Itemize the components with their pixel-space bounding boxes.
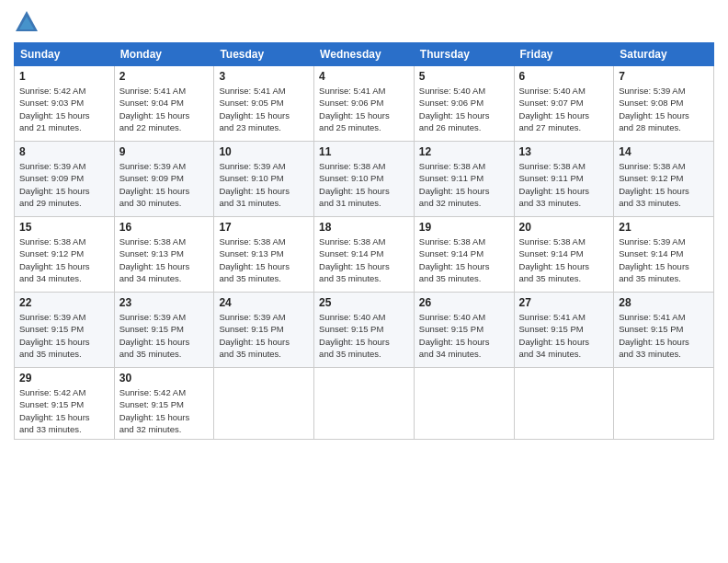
day-number: 11 xyxy=(319,145,409,158)
day-number: 2 xyxy=(119,70,210,83)
logo xyxy=(14,9,43,35)
calendar-cell: 26Sunrise: 5:40 AM Sunset: 9:15 PM Dayli… xyxy=(414,293,514,368)
day-number: 10 xyxy=(219,145,309,158)
day-number: 14 xyxy=(619,145,709,158)
calendar-cell: 21Sunrise: 5:39 AM Sunset: 9:14 PM Dayli… xyxy=(614,217,714,293)
day-number: 16 xyxy=(119,221,210,234)
day-number: 7 xyxy=(619,70,709,83)
calendar-cell: 9Sunrise: 5:39 AM Sunset: 9:09 PM Daylig… xyxy=(114,142,214,217)
day-number: 18 xyxy=(319,221,409,234)
day-info: Sunrise: 5:39 AM Sunset: 9:15 PM Dayligh… xyxy=(119,311,210,360)
logo-icon xyxy=(14,9,40,35)
calendar-cell: 25Sunrise: 5:40 AM Sunset: 9:15 PM Dayli… xyxy=(314,293,415,368)
day-info: Sunrise: 5:42 AM Sunset: 9:03 PM Dayligh… xyxy=(19,85,109,133)
calendar-cell xyxy=(214,368,314,440)
calendar-cell: 18Sunrise: 5:38 AM Sunset: 9:14 PM Dayli… xyxy=(314,217,415,293)
calendar-cell: 30Sunrise: 5:42 AM Sunset: 9:15 PM Dayli… xyxy=(114,368,214,440)
day-number: 25 xyxy=(319,296,409,309)
calendar-cell: 11Sunrise: 5:38 AM Sunset: 9:10 PM Dayli… xyxy=(314,142,415,217)
calendar-week-row: 22Sunrise: 5:39 AM Sunset: 9:15 PM Dayli… xyxy=(15,293,714,368)
day-info: Sunrise: 5:39 AM Sunset: 9:10 PM Dayligh… xyxy=(219,160,309,209)
day-number: 21 xyxy=(619,221,709,234)
weekday-header-friday: Friday xyxy=(514,43,614,66)
day-number: 8 xyxy=(19,145,109,158)
calendar-cell: 5Sunrise: 5:40 AM Sunset: 9:06 PM Daylig… xyxy=(414,66,514,142)
day-info: Sunrise: 5:39 AM Sunset: 9:08 PM Dayligh… xyxy=(619,85,709,133)
day-info: Sunrise: 5:42 AM Sunset: 9:15 PM Dayligh… xyxy=(119,386,210,435)
day-info: Sunrise: 5:39 AM Sunset: 9:09 PM Dayligh… xyxy=(19,160,109,209)
day-number: 9 xyxy=(119,145,210,158)
main-container: SundayMondayTuesdayWednesdayThursdayFrid… xyxy=(0,0,728,449)
day-number: 22 xyxy=(19,296,109,309)
day-info: Sunrise: 5:38 AM Sunset: 9:12 PM Dayligh… xyxy=(619,160,709,209)
day-number: 30 xyxy=(119,372,210,385)
day-number: 29 xyxy=(19,372,109,385)
calendar-cell: 27Sunrise: 5:41 AM Sunset: 9:15 PM Dayli… xyxy=(514,293,614,368)
day-info: Sunrise: 5:40 AM Sunset: 9:07 PM Dayligh… xyxy=(519,85,609,133)
day-number: 24 xyxy=(219,296,309,309)
weekday-header-thursday: Thursday xyxy=(414,43,514,66)
day-number: 17 xyxy=(219,221,309,234)
day-info: Sunrise: 5:38 AM Sunset: 9:14 PM Dayligh… xyxy=(419,236,509,284)
calendar-week-row: 1Sunrise: 5:42 AM Sunset: 9:03 PM Daylig… xyxy=(15,66,714,142)
calendar-cell: 22Sunrise: 5:39 AM Sunset: 9:15 PM Dayli… xyxy=(15,293,115,368)
day-info: Sunrise: 5:38 AM Sunset: 9:13 PM Dayligh… xyxy=(119,236,210,284)
day-info: Sunrise: 5:38 AM Sunset: 9:10 PM Dayligh… xyxy=(319,160,409,209)
calendar-cell: 28Sunrise: 5:41 AM Sunset: 9:15 PM Dayli… xyxy=(614,293,714,368)
day-number: 23 xyxy=(119,296,210,309)
day-info: Sunrise: 5:38 AM Sunset: 9:14 PM Dayligh… xyxy=(519,236,609,284)
day-info: Sunrise: 5:41 AM Sunset: 9:15 PM Dayligh… xyxy=(619,311,709,360)
weekday-header-sunday: Sunday xyxy=(15,43,115,66)
day-info: Sunrise: 5:41 AM Sunset: 9:04 PM Dayligh… xyxy=(119,85,210,133)
day-number: 1 xyxy=(19,70,109,83)
calendar-cell: 2Sunrise: 5:41 AM Sunset: 9:04 PM Daylig… xyxy=(114,66,214,142)
calendar-cell: 8Sunrise: 5:39 AM Sunset: 9:09 PM Daylig… xyxy=(15,142,115,217)
calendar-cell: 13Sunrise: 5:38 AM Sunset: 9:11 PM Dayli… xyxy=(514,142,614,217)
calendar-cell: 29Sunrise: 5:42 AM Sunset: 9:15 PM Dayli… xyxy=(15,368,115,440)
calendar-cell: 12Sunrise: 5:38 AM Sunset: 9:11 PM Dayli… xyxy=(414,142,514,217)
calendar-cell: 17Sunrise: 5:38 AM Sunset: 9:13 PM Dayli… xyxy=(214,217,314,293)
day-info: Sunrise: 5:41 AM Sunset: 9:05 PM Dayligh… xyxy=(219,85,309,133)
calendar-cell xyxy=(514,368,614,440)
day-info: Sunrise: 5:40 AM Sunset: 9:15 PM Dayligh… xyxy=(419,311,509,360)
calendar-cell: 10Sunrise: 5:39 AM Sunset: 9:10 PM Dayli… xyxy=(214,142,314,217)
day-number: 27 xyxy=(519,296,609,309)
weekday-header-monday: Monday xyxy=(114,43,214,66)
calendar-cell: 4Sunrise: 5:41 AM Sunset: 9:06 PM Daylig… xyxy=(314,66,415,142)
day-info: Sunrise: 5:39 AM Sunset: 9:15 PM Dayligh… xyxy=(19,311,109,360)
day-number: 13 xyxy=(519,145,609,158)
day-number: 19 xyxy=(419,221,509,234)
day-info: Sunrise: 5:41 AM Sunset: 9:15 PM Dayligh… xyxy=(519,311,609,360)
calendar-week-row: 15Sunrise: 5:38 AM Sunset: 9:12 PM Dayli… xyxy=(15,217,714,293)
day-info: Sunrise: 5:38 AM Sunset: 9:11 PM Dayligh… xyxy=(519,160,609,209)
calendar-cell xyxy=(614,368,714,440)
calendar-cell: 6Sunrise: 5:40 AM Sunset: 9:07 PM Daylig… xyxy=(514,66,614,142)
day-info: Sunrise: 5:38 AM Sunset: 9:11 PM Dayligh… xyxy=(419,160,509,209)
weekday-header-wednesday: Wednesday xyxy=(314,43,415,66)
day-info: Sunrise: 5:39 AM Sunset: 9:14 PM Dayligh… xyxy=(619,236,709,284)
calendar-cell xyxy=(414,368,514,440)
calendar-week-row: 8Sunrise: 5:39 AM Sunset: 9:09 PM Daylig… xyxy=(15,142,714,217)
calendar-cell: 15Sunrise: 5:38 AM Sunset: 9:12 PM Dayli… xyxy=(15,217,115,293)
day-number: 15 xyxy=(19,221,109,234)
calendar-cell: 24Sunrise: 5:39 AM Sunset: 9:15 PM Dayli… xyxy=(214,293,314,368)
weekday-header-tuesday: Tuesday xyxy=(214,43,314,66)
day-number: 6 xyxy=(519,70,609,83)
weekday-header-saturday: Saturday xyxy=(614,43,714,66)
day-number: 5 xyxy=(419,70,509,83)
day-number: 20 xyxy=(519,221,609,234)
day-number: 26 xyxy=(419,296,509,309)
day-info: Sunrise: 5:39 AM Sunset: 9:09 PM Dayligh… xyxy=(119,160,210,209)
day-info: Sunrise: 5:39 AM Sunset: 9:15 PM Dayligh… xyxy=(219,311,309,360)
calendar-header-row: SundayMondayTuesdayWednesdayThursdayFrid… xyxy=(15,43,714,66)
calendar-cell: 1Sunrise: 5:42 AM Sunset: 9:03 PM Daylig… xyxy=(15,66,115,142)
calendar-cell: 20Sunrise: 5:38 AM Sunset: 9:14 PM Dayli… xyxy=(514,217,614,293)
calendar-week-row: 29Sunrise: 5:42 AM Sunset: 9:15 PM Dayli… xyxy=(15,368,714,440)
day-number: 4 xyxy=(319,70,409,83)
day-info: Sunrise: 5:38 AM Sunset: 9:14 PM Dayligh… xyxy=(319,236,409,284)
day-number: 28 xyxy=(619,296,709,309)
calendar-cell: 23Sunrise: 5:39 AM Sunset: 9:15 PM Dayli… xyxy=(114,293,214,368)
day-info: Sunrise: 5:40 AM Sunset: 9:15 PM Dayligh… xyxy=(319,311,409,360)
calendar-table: SundayMondayTuesdayWednesdayThursdayFrid… xyxy=(14,42,714,440)
day-info: Sunrise: 5:38 AM Sunset: 9:12 PM Dayligh… xyxy=(19,236,109,284)
